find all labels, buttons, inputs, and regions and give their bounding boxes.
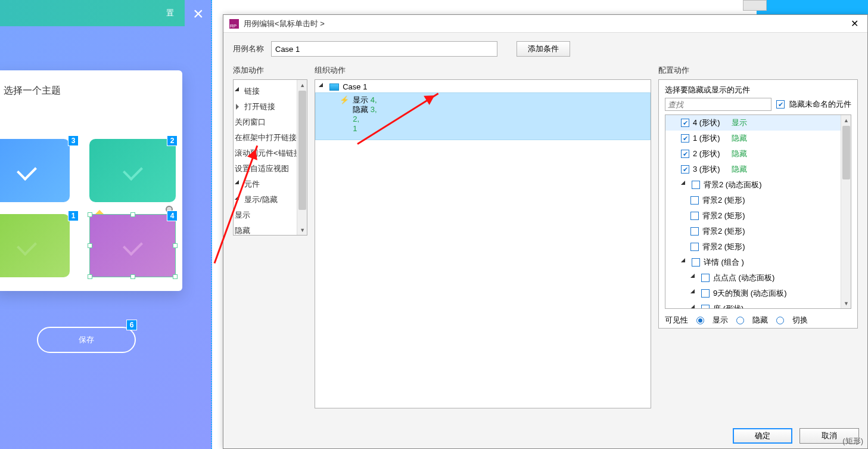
list-item[interactable]: 9天的预测 (动态面板) bbox=[665, 286, 851, 301]
tree-node[interactable]: 关闭窗口 bbox=[235, 114, 306, 130]
design-canvas-bg: 置 × 选择一个主题 3 2 1 4 保存 6 bbox=[0, 0, 212, 449]
radio-show[interactable] bbox=[696, 317, 704, 324]
expand-icon bbox=[681, 181, 689, 189]
scrollbar[interactable]: ▲ ▼ bbox=[841, 115, 851, 308]
footnote-marker-icon bbox=[95, 206, 104, 214]
hide-unnamed-label: 隐藏未命名的元件 bbox=[789, 99, 851, 110]
topbar-title-fragment: 置 bbox=[166, 8, 174, 18]
badge-1: 1 bbox=[68, 210, 79, 221]
action-tree-panel: 链接 打开链接 关闭窗口 在框架中打开链接 滚动到元件<锚链接> 设置自适应视图… bbox=[233, 79, 307, 236]
organize-header: 组织动作 bbox=[315, 65, 651, 76]
dialog-titlebar[interactable]: 用例编辑<鼠标单击时 > ✕ bbox=[223, 15, 867, 33]
dynamic-panel-icon bbox=[329, 83, 339, 91]
item-checkbox[interactable] bbox=[701, 274, 710, 282]
selected-action[interactable]: ⚡ 显示 4, 隐藏 3, 2, 1 bbox=[315, 92, 651, 140]
list-item[interactable]: 背景2 (矩形) bbox=[665, 239, 851, 255]
dialog-title: 用例编辑<鼠标单击时 > bbox=[244, 18, 847, 29]
item-checkbox[interactable] bbox=[690, 227, 699, 236]
badge-3: 3 bbox=[68, 135, 79, 146]
window-tab bbox=[743, 0, 767, 11]
list-item[interactable]: 背景2 (动态面板) bbox=[665, 177, 851, 193]
item-checkbox[interactable] bbox=[690, 196, 699, 205]
list-item[interactable]: 背景2 (矩形) bbox=[665, 224, 851, 239]
list-item[interactable]: 3 (形状) 隐藏 bbox=[665, 162, 851, 177]
list-item[interactable]: 1 (形状) 隐藏 bbox=[665, 131, 851, 146]
tree-node[interactable]: 滚动到元件<锚链接> bbox=[235, 145, 306, 161]
expand-icon bbox=[690, 305, 699, 309]
item-checkbox[interactable] bbox=[692, 258, 700, 267]
list-item[interactable]: 背景2 (矩形) bbox=[665, 193, 851, 208]
expand-icon bbox=[681, 258, 689, 267]
case-name-label: 用例名称 bbox=[233, 44, 264, 54]
tree-node[interactable]: 隐藏 bbox=[235, 223, 306, 236]
tree-node[interactable]: 显示 bbox=[235, 208, 306, 223]
app-icon bbox=[229, 19, 239, 29]
scrollbar[interactable]: ▲ ▼ bbox=[297, 80, 307, 235]
expand-icon bbox=[690, 289, 699, 298]
tree-node[interactable]: 在框架中打开链接 bbox=[235, 130, 306, 145]
radio-toggle[interactable] bbox=[776, 317, 784, 324]
configure-panel: 选择要隐藏或显示的元件 隐藏未命名的元件 4 (形状) 显示1 (形状) 隐藏2… bbox=[658, 79, 858, 329]
configure-header: 配置动作 bbox=[658, 65, 858, 76]
list-item[interactable]: 详情 (组合 ) bbox=[665, 255, 851, 270]
case-name-input[interactable] bbox=[271, 41, 497, 57]
bolt-icon: ⚡ bbox=[340, 95, 349, 134]
list-item[interactable]: 度 (形状) bbox=[665, 301, 851, 309]
search-input[interactable] bbox=[665, 98, 771, 111]
card-title: 选择一个主题 bbox=[4, 85, 174, 97]
item-checkbox[interactable] bbox=[681, 165, 689, 174]
list-item[interactable]: 4 (形状) 显示 bbox=[665, 115, 851, 131]
theme-tile-3[interactable] bbox=[0, 139, 70, 202]
item-checkbox[interactable] bbox=[701, 305, 710, 309]
item-checkbox[interactable] bbox=[690, 243, 699, 251]
add-action-header: 添加动作 bbox=[233, 65, 307, 76]
save-button[interactable]: 保存 bbox=[37, 327, 136, 353]
mock-topbar: 置 × bbox=[0, 0, 185, 26]
ok-button[interactable]: 确定 bbox=[733, 428, 792, 444]
item-checkbox[interactable] bbox=[690, 212, 699, 220]
widget-list: 4 (形状) 显示1 (形状) 隐藏2 (形状) 隐藏3 (形状) 隐藏背景2 … bbox=[665, 114, 851, 309]
expand-icon bbox=[690, 274, 699, 282]
radio-hide[interactable] bbox=[736, 317, 744, 324]
tree-node[interactable]: 打开链接 bbox=[235, 99, 306, 114]
badge-2: 2 bbox=[167, 135, 178, 146]
close-icon[interactable]: × bbox=[193, 4, 211, 21]
corner-hint: (矩形) bbox=[842, 436, 863, 447]
item-checkbox[interactable] bbox=[681, 134, 689, 143]
selection-handles[interactable] bbox=[89, 214, 176, 277]
item-checkbox[interactable] bbox=[681, 119, 689, 127]
organize-panel: Case 1 ⚡ 显示 4, 隐藏 3, 2, 1 bbox=[315, 79, 651, 408]
add-condition-button[interactable]: 添加条件 bbox=[517, 41, 570, 57]
theme-tile-2[interactable] bbox=[89, 139, 176, 202]
badge-4: 4 bbox=[167, 210, 178, 221]
configure-hint: 选择要隐藏或显示的元件 bbox=[665, 85, 851, 95]
item-checkbox[interactable] bbox=[692, 181, 700, 189]
list-item[interactable]: 背景2 (矩形) bbox=[665, 208, 851, 224]
visibility-label: 可见性 bbox=[665, 315, 688, 326]
hide-unnamed-checkbox[interactable] bbox=[776, 100, 785, 109]
dialog-close-icon[interactable]: ✕ bbox=[847, 18, 861, 29]
tree-node[interactable]: 链接 bbox=[235, 83, 306, 99]
theme-card: 选择一个主题 3 2 1 4 bbox=[0, 70, 182, 291]
case-editor-dialog: 用例编辑<鼠标单击时 > ✕ 用例名称 添加条件 添加动作 链接 打开链接 关闭… bbox=[223, 14, 868, 449]
badge-6: 6 bbox=[126, 320, 137, 330]
canvas-border bbox=[211, 0, 212, 449]
case-row[interactable]: Case 1 bbox=[319, 82, 647, 91]
theme-tile-1[interactable] bbox=[0, 214, 70, 277]
item-checkbox[interactable] bbox=[681, 150, 689, 158]
list-item[interactable]: 点点点 (动态面板) bbox=[665, 270, 851, 286]
list-item[interactable]: 2 (形状) 隐藏 bbox=[665, 146, 851, 162]
tree-node[interactable]: 显示/隐藏 bbox=[235, 192, 306, 208]
item-checkbox[interactable] bbox=[701, 289, 710, 298]
